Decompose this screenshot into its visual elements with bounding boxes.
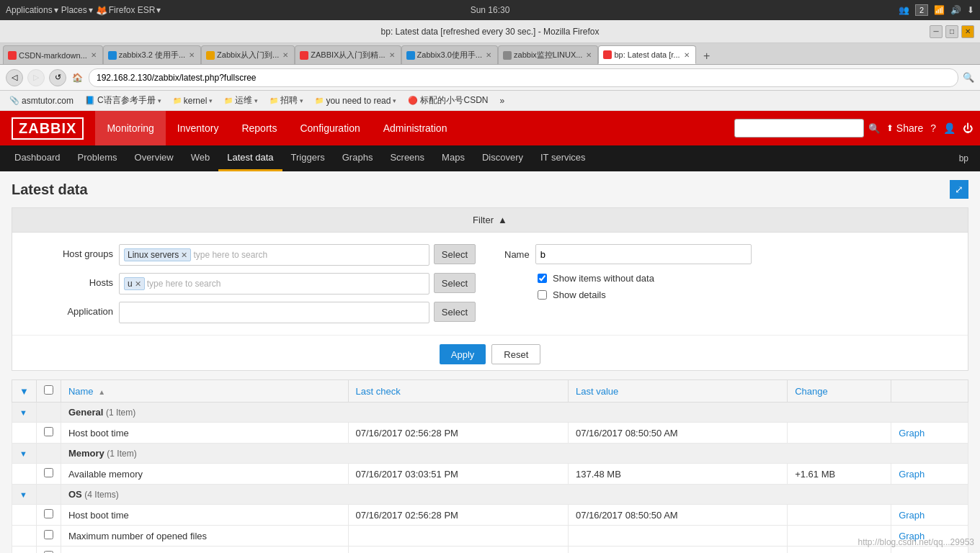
bookmark-ops[interactable]: 📁 运维 ▾ <box>220 93 262 108</box>
new-tab-button[interactable]: + <box>699 48 715 64</box>
graph-link[interactable]: Graph <box>899 469 925 480</box>
row-checkbox[interactable] <box>44 530 53 539</box>
subnav-problems[interactable]: Problems <box>69 145 126 171</box>
reset-button[interactable]: Reset <box>491 344 540 364</box>
browser-tab-t2[interactable]: zabbix3.2 使用手... ✕ <box>103 45 201 64</box>
show-items-checkbox[interactable] <box>538 274 547 283</box>
cell-last-value <box>568 547 787 554</box>
hosts-input[interactable]: u ✕ type here to search <box>119 273 429 295</box>
browser-tab-t6[interactable]: zabbix监控LINUX... ✕ <box>498 45 598 64</box>
menu-configuration[interactable]: Configuration <box>288 111 371 145</box>
bookmark-asmtutor[interactable]: 📎 asmtutor.com <box>6 94 77 107</box>
power-icon[interactable]: ⏻ <box>963 122 973 134</box>
subnav-maps[interactable]: Maps <box>433 145 473 171</box>
application-input[interactable] <box>119 302 429 323</box>
subnav-web[interactable]: Web <box>182 145 219 171</box>
zabbix-app: ZABBIX Monitoring Inventory Reports Conf… <box>0 111 980 553</box>
menu-reports[interactable]: Reports <box>230 111 288 145</box>
expand-all-icon[interactable]: ▼ <box>19 386 29 397</box>
browser-tab-t3[interactable]: Zabbix从入门到... ✕ <box>201 45 295 64</box>
bookmark-read[interactable]: 📁 you need to read ▾ <box>311 94 400 107</box>
zabbix-search-input[interactable] <box>734 119 864 138</box>
group-label-memory: Memory (1 Item) <box>61 444 968 464</box>
filter-header[interactable]: Filter ▲ <box>12 208 968 233</box>
share-icon[interactable]: ⬆ Share <box>886 122 923 134</box>
group-expand-general[interactable]: ▼ <box>12 403 37 423</box>
browser-title: bp: Latest data [refreshed every 30 sec.… <box>381 27 600 37</box>
user-icon[interactable]: 👤 <box>943 122 956 134</box>
tab-close-t6[interactable]: ✕ <box>584 51 593 59</box>
tab-close-t2[interactable]: ✕ <box>187 51 196 59</box>
tab-close-t1[interactable]: ✕ <box>89 51 98 59</box>
row-checkbox[interactable] <box>44 468 53 477</box>
zabbix-top-icons: ⬆ Share ? 👤 ⏻ <box>886 122 980 134</box>
help-icon[interactable]: ? <box>930 122 936 134</box>
group-expand-memory[interactable]: ▼ <box>12 444 37 464</box>
reload-button[interactable]: ↺ <box>49 69 66 86</box>
firefox-menu[interactable]: 🦊 Firefox ESR ▾ <box>96 5 161 16</box>
show-details-checkbox[interactable] <box>538 290 547 300</box>
tab-title-t6: zabbix监控LINUX... <box>514 50 582 60</box>
subnav-triggers[interactable]: Triggers <box>282 145 334 171</box>
apply-button[interactable]: Apply <box>440 344 486 364</box>
browser-tab-t1[interactable]: CSDN-markdown... ✕ <box>3 45 103 64</box>
maximize-button[interactable]: □ <box>945 25 958 38</box>
subnav-overview[interactable]: Overview <box>126 145 182 171</box>
menu-administration[interactable]: Administration <box>372 111 459 145</box>
group-label-general: General (1 Item) <box>61 403 968 423</box>
download-icon: ⬇ <box>967 5 974 15</box>
tab-close-t3[interactable]: ✕ <box>281 51 290 59</box>
subnav-screens[interactable]: Screens <box>381 145 433 171</box>
cell-last-check <box>348 547 568 554</box>
host-groups-input[interactable]: Linux servers ✕ type here to search <box>119 244 429 266</box>
row-checkbox[interactable] <box>44 427 53 436</box>
bookmark-folder-read: 📁 <box>315 96 324 104</box>
graph-link[interactable]: Graph <box>899 428 925 439</box>
window-controls[interactable]: ─ □ ✕ <box>930 25 974 38</box>
subnav-dashboard[interactable]: Dashboard <box>6 145 69 171</box>
cell-change <box>788 423 891 444</box>
subnav-latest-data[interactable]: Latest data <box>218 145 282 171</box>
menu-monitoring[interactable]: Monitoring <box>95 111 165 145</box>
search-button[interactable]: 🔍 <box>868 123 881 134</box>
hosts-select-button[interactable]: Select <box>434 273 476 293</box>
name-input[interactable] <box>535 244 752 264</box>
subnav-graphs[interactable]: Graphs <box>334 145 382 171</box>
graph-link[interactable]: Graph <box>899 510 925 521</box>
back-button[interactable]: ◁ <box>6 69 23 86</box>
remove-host-group-tag[interactable]: ✕ <box>181 251 187 260</box>
bookmark-csdn[interactable]: 🔴 标配的小号CSDN <box>404 93 491 108</box>
os-bar-right: 👥 2 📶 🔊 ⬇ <box>899 4 974 16</box>
browser-tab-t5[interactable]: Zabbix3.0使用手... ✕ <box>401 45 498 64</box>
browser-tab-t4[interactable]: ZABBIX从入门到精... ✕ <box>295 45 401 64</box>
bookmark-recruit[interactable]: 📁 招聘 ▾ <box>266 93 307 108</box>
row-checkbox[interactable] <box>44 509 53 518</box>
address-bar: ◁ ▷ ↺ 🏠 🔍 <box>0 65 980 91</box>
tab-close-t5[interactable]: ✕ <box>484 51 493 59</box>
subnav-it-services[interactable]: IT services <box>532 145 594 171</box>
col-name-header[interactable]: Name ▲ <box>61 380 348 403</box>
menu-inventory[interactable]: Inventory <box>166 111 231 145</box>
subnav-discovery[interactable]: Discovery <box>473 145 532 171</box>
tab-close-t7[interactable]: ✕ <box>682 51 691 59</box>
host-groups-control: Linux servers ✕ type here to search Sele… <box>119 244 476 266</box>
tab-close-t4[interactable]: ✕ <box>388 51 396 59</box>
application-select-button[interactable]: Select <box>434 302 476 322</box>
close-button[interactable]: ✕ <box>961 25 974 38</box>
places-menu[interactable]: Places ▾ <box>61 5 93 15</box>
bookmark-c-lang[interactable]: 📘 C语言参考手册 ▾ <box>81 93 165 108</box>
browser-tab-t7[interactable]: bp: Latest data [r... ✕ <box>598 45 695 64</box>
fullscreen-button[interactable]: ⤢ <box>950 180 968 199</box>
minimize-button[interactable]: ─ <box>930 25 943 38</box>
cell-last-check: 07/16/2017 02:56:28 PM <box>348 505 568 526</box>
url-input[interactable] <box>89 68 958 87</box>
applications-menu[interactable]: Applications ▾ <box>6 5 58 15</box>
select-all-checkbox[interactable] <box>44 385 53 395</box>
group-expand-os[interactable]: ▼ <box>12 485 37 505</box>
bookmark-kernel[interactable]: 📁 kernel ▾ <box>169 94 217 107</box>
forward-button[interactable]: ▷ <box>27 69 45 86</box>
bookmark-more[interactable]: » <box>496 94 508 107</box>
search-icon[interactable]: 🔍 <box>963 72 974 83</box>
host-groups-select-button[interactable]: Select <box>434 244 476 264</box>
remove-host-tag[interactable]: ✕ <box>135 279 141 289</box>
